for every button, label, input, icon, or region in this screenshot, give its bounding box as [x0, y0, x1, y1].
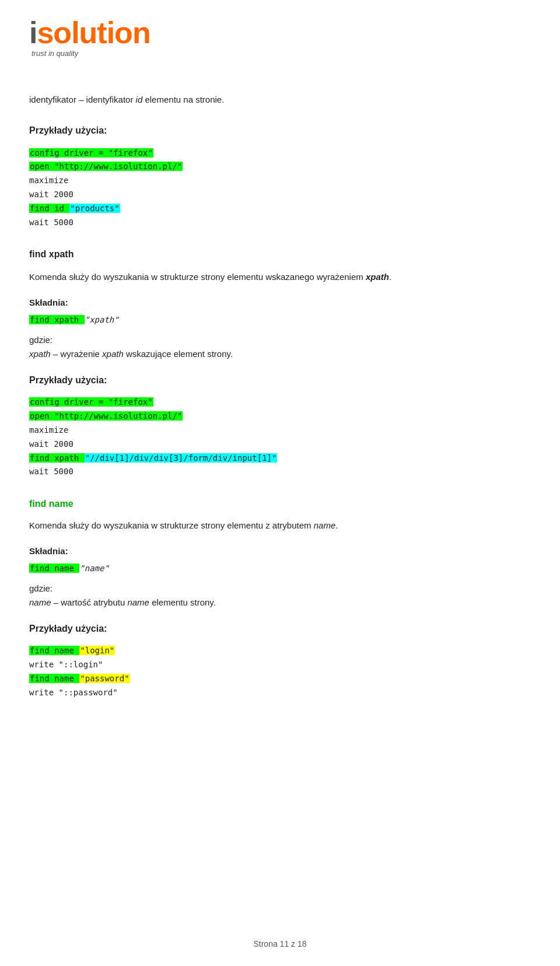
- code-highlight-yellow: "login": [79, 646, 115, 655]
- intro-text-before: identyfikator – identyfikator: [29, 94, 136, 104]
- where-text2: wskazujące element strony.: [124, 349, 233, 359]
- code-line: find xpath "//div[1]/div/div[3]/form/div…: [29, 452, 531, 466]
- przyklady2-heading: Przykłady użycia:: [29, 373, 531, 388]
- page-footer: Strona 11 z 18: [0, 939, 560, 949]
- where-name: gdzie: name – wartość atrybutu name elem…: [29, 582, 531, 610]
- code-highlight-cyan: "products": [69, 204, 120, 213]
- syntax-xpath-code: find xpath "xpath": [29, 313, 531, 327]
- code-italic-name: "name": [79, 564, 109, 573]
- find-xpath-description: Komenda służy do wyszukania w strukturze…: [29, 270, 531, 284]
- code-block-2: config driver = "firefox" open "http://w…: [29, 396, 531, 479]
- desc-before-name: Komenda służy do wyszukania w strukturze…: [29, 520, 314, 530]
- main-content: identyfikator – identyfikator id element…: [29, 93, 531, 699]
- code-line: maximize: [29, 424, 531, 438]
- footer-text: Strona 11 z 18: [253, 939, 306, 949]
- code-italic: "xpath": [85, 315, 119, 324]
- code-highlight-yellow: "password": [79, 674, 130, 683]
- code-line: wait 2000: [29, 438, 531, 452]
- code-line: find id "products": [29, 202, 531, 216]
- desc-italic: xpath: [366, 272, 389, 282]
- code-line: wait 5000: [29, 216, 531, 230]
- find-name-heading: find name: [29, 496, 531, 512]
- desc-end: .: [389, 272, 391, 282]
- logo-solution: solution: [37, 16, 150, 50]
- code-line: wait 5000: [29, 465, 531, 479]
- syntax-name-code: find name "name": [29, 562, 531, 576]
- where-italic1: xpath: [29, 349, 51, 359]
- code-highlight: find name: [29, 646, 79, 655]
- code-highlight-cyan: "//div[1]/div/div[3]/form/div/input[1]": [85, 453, 278, 463]
- code-highlight: find xpath: [29, 315, 85, 324]
- where-label-name: gdzie:: [29, 583, 52, 593]
- where-text1: – wyrażenie: [51, 349, 102, 359]
- logo-tagline: trust in quality: [32, 49, 78, 58]
- code-line: find name "login": [29, 644, 531, 658]
- code-highlight: config driver = "firefox": [29, 397, 153, 407]
- syntax-label-xpath: Składnia:: [29, 296, 531, 310]
- code-line: open "http://www.isolution.pl/": [29, 410, 531, 424]
- code-highlight: find name: [29, 564, 79, 573]
- przyklady1-heading: Przykłady użycia:: [29, 123, 531, 138]
- where-name-text2: elementu strony.: [149, 597, 216, 607]
- code-line: find xpath "xpath": [29, 313, 531, 327]
- code-line: find name "name": [29, 562, 531, 576]
- desc-before: Komenda służy do wyszukania w strukturze…: [29, 272, 366, 282]
- code-block-1: config driver = "firefox" open "http://w…: [29, 146, 531, 230]
- code-highlight: find name: [29, 674, 79, 683]
- where-name-text1: – wartość atrybutu: [51, 597, 128, 607]
- logo-brand: isolution: [29, 18, 150, 48]
- find-xpath-heading: find xpath: [29, 247, 531, 262]
- where-name-italic1: name: [29, 597, 51, 607]
- przyklady3-heading: Przykłady użycia:: [29, 621, 531, 636]
- code-highlight: find xpath: [29, 453, 85, 463]
- desc-end-name: .: [335, 520, 338, 530]
- desc-italic-name: name: [314, 520, 336, 530]
- code-line: wait 2000: [29, 188, 531, 202]
- logo-i: i: [29, 16, 37, 50]
- code-line: write "::password": [29, 686, 531, 700]
- code-line: maximize: [29, 174, 531, 188]
- code-highlight: config driver = "firefox": [29, 148, 153, 158]
- code-line: open "http://www.isolution.pl/": [29, 160, 531, 174]
- logo: isolution trust in quality: [29, 18, 531, 58]
- code-highlight: find id: [29, 204, 69, 213]
- code-line: config driver = "firefox": [29, 146, 531, 160]
- code-highlight: open "http://www.isolution.pl/": [29, 162, 183, 171]
- intro-paragraph: identyfikator – identyfikator id element…: [29, 93, 531, 107]
- code-block-3: find name "login" write "::login" find n…: [29, 644, 531, 699]
- where-xpath: gdzie: xpath – wyrażenie xpath wskazując…: [29, 333, 531, 361]
- find-name-description: Komenda służy do wyszukania w strukturze…: [29, 519, 531, 533]
- where-name-italic2: name: [127, 597, 149, 607]
- code-line: write "::login": [29, 658, 531, 672]
- where-label: gdzie:: [29, 335, 52, 345]
- code-highlight: open "http://www.isolution.pl/": [29, 411, 183, 421]
- code-line: find name "password": [29, 672, 531, 686]
- code-line: config driver = "firefox": [29, 396, 531, 410]
- intro-text-after: elementu na stronie.: [142, 94, 224, 104]
- syntax-label-name: Składnia:: [29, 544, 531, 558]
- intro-italic: id: [136, 94, 143, 104]
- where-italic2: xpath: [102, 349, 124, 359]
